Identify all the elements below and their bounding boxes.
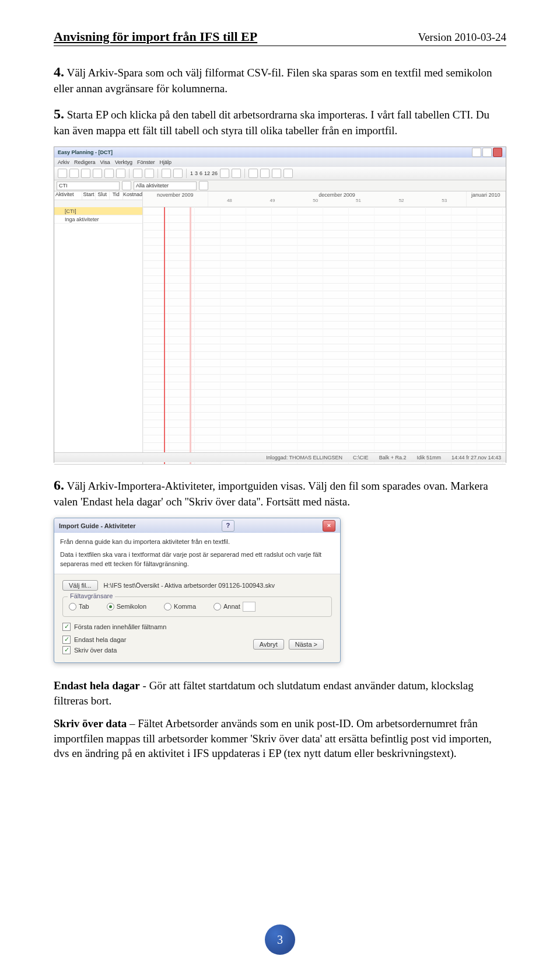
chk-first-row-headers[interactable]: ✓Första raden innehåller fältnamn	[62, 623, 332, 631]
ep-title: Easy Planning - [DCT]	[58, 149, 113, 155]
desc-overwrite: Skriv över data – Fältet Arbetsorder anv…	[54, 716, 506, 761]
zoom-button[interactable]: 12	[204, 170, 210, 176]
status-item: Balk + Ra.2	[379, 455, 407, 460]
toolbar-button[interactable]	[145, 169, 154, 178]
step-5: 5. Starta EP och klicka på den tabell di…	[54, 104, 506, 138]
menu-item[interactable]: Arkiv	[58, 159, 69, 165]
month-label: december 2009	[318, 192, 355, 198]
gantt-header: november 2009 december 2009 48 49 50 51 …	[143, 191, 506, 207]
radio-comma[interactable]: Komma	[164, 603, 196, 610]
toolbar-button[interactable]	[133, 169, 142, 178]
status-user: Inloggad: THOMAS ELLINGSEN	[266, 455, 342, 460]
dropdown-icon[interactable]	[122, 181, 131, 190]
col-header[interactable]: Slut	[96, 191, 109, 200]
import-dialog: Import Guide - Aktiviteter ? × Från denn…	[54, 518, 341, 663]
toolbar-button[interactable]	[58, 169, 67, 178]
help-icon[interactable]: ?	[222, 520, 235, 532]
dialog-titlebar: Import Guide - Aktiviteter ? ×	[54, 518, 340, 533]
page-number: 3	[265, 924, 295, 955]
desc-whole-days: Endast hela dagar - Gör att fältet start…	[54, 678, 506, 708]
step-6: 6. Välj Arkiv-Importera-Aktiviteter, imp…	[54, 476, 506, 510]
dialog-title: Import Guide - Aktiviteter	[59, 522, 136, 529]
week-label: 53	[442, 198, 447, 203]
radio-other[interactable]: Annat	[214, 602, 256, 612]
toolbar-button[interactable]	[69, 169, 79, 178]
choose-file-button[interactable]: Välj fil...	[62, 580, 98, 591]
col-header[interactable]: Aktivitet	[54, 191, 82, 200]
col-header[interactable]: Start	[82, 191, 96, 200]
toolbar-button[interactable]	[173, 169, 183, 178]
group-label: Fältavgränsare	[68, 592, 115, 599]
maximize-icon[interactable]	[482, 148, 492, 157]
week-label: 49	[270, 198, 275, 203]
table-row[interactable]: [CTI]	[54, 207, 142, 215]
zoom-button[interactable]: 1	[190, 170, 193, 176]
ep-filter-bar: CTI Alla aktiviteter	[54, 180, 506, 191]
chk-overwrite[interactable]: ✓Skriv över data	[62, 646, 126, 654]
menu-item[interactable]: Verktyg	[115, 159, 132, 165]
gantt-grid[interactable]	[143, 207, 506, 464]
zoom-out-icon[interactable]	[232, 169, 241, 178]
close-icon[interactable]: ×	[323, 520, 335, 532]
weekend-band	[190, 207, 191, 464]
cancel-button[interactable]: Avbryt	[253, 639, 284, 650]
nav-prev-icon[interactable]	[260, 169, 270, 178]
status-clock: 14:44 fr 27.nov 14:43	[452, 455, 501, 460]
week-label: 52	[399, 198, 404, 203]
toolbar-button[interactable]	[116, 169, 125, 178]
menu-item[interactable]: Redigera	[74, 159, 96, 165]
next-button[interactable]: Nästa >	[289, 639, 324, 650]
chk-whole-days[interactable]: ✓Endast hela dagar	[62, 636, 126, 644]
nav-last-icon[interactable]	[284, 169, 293, 178]
doc-version: Version 2010-03-24	[418, 31, 506, 44]
close-icon[interactable]	[493, 148, 502, 157]
col-header[interactable]: Tid	[110, 191, 123, 200]
week-label: 48	[227, 198, 232, 203]
menu-item[interactable]: Fönster	[137, 159, 155, 165]
zoom-button[interactable]: 6	[200, 170, 202, 176]
col-header[interactable]: Kostnad	[123, 191, 142, 200]
status-item: Idik 51mm	[416, 455, 441, 460]
column-headers: Aktivitet Start Slut Tid Kostnad	[54, 191, 142, 200]
minimize-icon[interactable]	[472, 148, 481, 157]
ep-window: Easy Planning - [DCT] Arkiv Redigera Vis…	[54, 146, 506, 463]
radio-semicolon[interactable]: Semikolon	[107, 603, 146, 610]
dropdown-icon[interactable]	[199, 181, 208, 190]
other-delim-input[interactable]	[243, 602, 256, 612]
toolbar-button[interactable]	[93, 169, 102, 178]
menu-item[interactable]: Hjälp	[159, 159, 172, 165]
ep-toolbar: 1 3 6 12 26	[54, 167, 506, 180]
today-line	[164, 207, 165, 464]
file-path: H:\IFS test\Översikt - Aktiva arbetsorde…	[104, 582, 275, 589]
week-label: 50	[313, 198, 318, 203]
week-label: 51	[356, 198, 361, 203]
zoom-button[interactable]: 26	[212, 170, 218, 176]
month-label: november 2009	[157, 192, 194, 198]
activity-list[interactable]: [CTI] Inga aktiviteter	[54, 207, 143, 464]
nav-first-icon[interactable]	[249, 169, 258, 178]
toolbar-button[interactable]	[81, 169, 90, 178]
page-header: Anvisning för import från IFS till EP Ve…	[54, 29, 506, 46]
radio-tab[interactable]: Tab	[69, 603, 89, 610]
zoom-button[interactable]: 3	[195, 170, 198, 176]
zoom-in-icon[interactable]	[220, 169, 229, 178]
zoom-presets: 1 3 6 12 26	[190, 170, 218, 176]
nav-next-icon[interactable]	[272, 169, 281, 178]
dialog-intro: Från denna guide kan du importera aktivi…	[54, 533, 340, 574]
month-label: januari 2010	[471, 192, 501, 198]
doc-title: Anvisning för import från IFS till EP	[54, 29, 257, 44]
step-4: 4. Välj Arkiv-Spara som och välj filform…	[54, 62, 506, 96]
table-selector[interactable]: CTI	[57, 182, 120, 190]
menu-item[interactable]: Visa	[100, 159, 110, 165]
activity-filter[interactable]: Alla aktiviteter	[134, 182, 197, 190]
toolbar-button[interactable]	[104, 169, 114, 178]
status-path: C:\CIE	[353, 455, 369, 460]
table-row: Inga aktiviteter	[54, 215, 142, 224]
toolbar-button[interactable]	[162, 169, 171, 178]
delimiter-group: Fältavgränsare Tab Semikolon Komma Annat	[62, 596, 332, 617]
ep-statusbar: Inloggad: THOMAS ELLINGSEN C:\CIE Balk +…	[54, 452, 506, 462]
ep-menubar: Arkiv Redigera Visa Verktyg Fönster Hjäl…	[54, 158, 506, 167]
